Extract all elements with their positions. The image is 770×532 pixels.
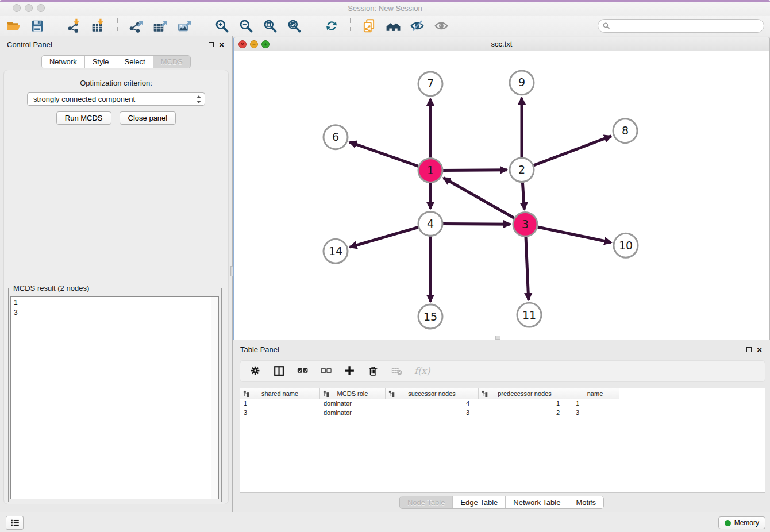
table-toolbar: f(x)	[240, 360, 765, 382]
toolbar-separator	[350, 18, 351, 33]
zoom-selected-button[interactable]	[286, 17, 303, 34]
delete-table-button	[389, 363, 405, 379]
network-window-titlebar[interactable]: scc.txt	[233, 37, 770, 51]
home-icon	[386, 18, 401, 33]
node-7[interactable]: 7	[418, 72, 442, 96]
node-9[interactable]: 9	[510, 71, 534, 95]
edge-1-6[interactable]	[350, 142, 419, 166]
criterion-dropdown[interactable]: strongly connected component	[27, 92, 205, 106]
delete-button[interactable]	[365, 363, 382, 379]
table-tab-node-table[interactable]: Node Table	[400, 496, 453, 508]
search-input[interactable]	[598, 19, 764, 33]
horizontal-splitter-grip[interactable]	[495, 336, 500, 340]
edge-3-10[interactable]	[538, 227, 611, 242]
node-8[interactable]: 8	[613, 119, 637, 143]
list-icon	[10, 518, 20, 528]
gear-icon	[249, 365, 262, 377]
cell-mcds-role[interactable]: dominator	[320, 408, 386, 418]
show-visibility-button[interactable]	[433, 17, 450, 34]
criterion-dropdown-value: strongly connected component	[33, 95, 135, 103]
node-label: 8	[622, 124, 629, 137]
edge-4-14[interactable]	[350, 227, 418, 247]
import-network-button[interactable]	[66, 17, 83, 34]
float-panel-icon[interactable]	[209, 42, 214, 47]
node-label: 11	[522, 309, 536, 321]
close-panel-button[interactable]: Close panel	[120, 111, 176, 125]
cell-shared-name[interactable]: 1	[240, 399, 320, 408]
copy-share-icon	[361, 18, 376, 33]
export-image-button[interactable]	[176, 17, 193, 34]
mcds-result-text[interactable]: 13	[10, 296, 219, 499]
home-button[interactable]	[384, 17, 402, 34]
close-panel-icon[interactable]: ×	[219, 40, 224, 49]
zoom-in-icon	[214, 18, 229, 33]
node-14[interactable]: 14	[324, 239, 348, 263]
tab-select[interactable]: Select	[117, 56, 153, 68]
network-title: scc.txt	[234, 40, 769, 48]
deselect-all-checkboxes-button[interactable]	[318, 363, 334, 379]
float-table-panel-icon[interactable]	[746, 347, 752, 352]
memory-label: Memory	[734, 519, 759, 527]
node-label: 4	[427, 217, 434, 230]
columns-button[interactable]	[271, 363, 287, 379]
node-2[interactable]: 2	[510, 158, 534, 182]
tab-style[interactable]: Style	[85, 56, 117, 68]
memory-button[interactable]: Memory	[718, 516, 765, 529]
cell-predecessor-nodes[interactable]: 2	[479, 408, 571, 418]
open-folder-button[interactable]	[5, 17, 22, 34]
cell-mcds-role[interactable]: dominator	[320, 399, 386, 408]
node-6[interactable]: 6	[324, 125, 348, 149]
edge-2-3[interactable]	[522, 183, 524, 210]
node-3[interactable]: 3	[513, 212, 537, 236]
sort-hierarchy-icon	[388, 390, 395, 398]
column-header-name[interactable]: name	[571, 388, 619, 399]
result-scrollbar[interactable]	[211, 297, 218, 499]
node-1[interactable]: 1	[418, 159, 442, 183]
refresh-button[interactable]	[323, 17, 340, 34]
cell-shared-name[interactable]: 3	[240, 408, 320, 418]
table-panel-title: Table Panel	[240, 345, 746, 354]
network-graph: 7968124314101511	[234, 51, 769, 340]
table-tab-motifs[interactable]: Motifs	[568, 496, 603, 508]
table-tab-network-table[interactable]: Network Table	[506, 496, 568, 508]
node-label: 14	[329, 245, 342, 257]
zoom-fit-button[interactable]	[261, 17, 279, 34]
column-header-successor-nodes[interactable]: successor nodes	[386, 388, 479, 399]
table-tab-edge-table[interactable]: Edge Table	[453, 496, 506, 508]
select-all-checkboxes-button[interactable]	[295, 363, 311, 379]
cell-successor-nodes[interactable]: 4	[386, 399, 479, 408]
hide-visibility-button[interactable]	[409, 17, 426, 34]
close-table-panel-icon[interactable]: ×	[757, 345, 762, 354]
zoom-in-button[interactable]	[213, 17, 230, 34]
tab-network[interactable]: Network	[42, 56, 85, 68]
save-button[interactable]	[29, 17, 46, 34]
zoom-out-button[interactable]	[237, 17, 255, 34]
edge-3-11[interactable]	[526, 237, 529, 300]
cell-successor-nodes[interactable]: 3	[386, 408, 479, 418]
tab-mcds[interactable]: MCDS	[153, 56, 190, 68]
network-canvas[interactable]: 7968124314101511	[233, 51, 770, 340]
node-4[interactable]: 4	[418, 211, 442, 236]
node-10[interactable]: 10	[614, 233, 638, 257]
export-table-button[interactable]	[152, 17, 169, 34]
run-mcds-button[interactable]: Run MCDS	[56, 111, 111, 125]
edge-4-3[interactable]	[443, 224, 510, 225]
node-15[interactable]: 15	[418, 304, 442, 329]
edge-2-8[interactable]	[534, 136, 611, 165]
column-header-shared-name[interactable]: shared name	[240, 388, 320, 399]
import-table-button[interactable]	[90, 17, 107, 34]
cell-name[interactable]: 1	[571, 399, 619, 408]
column-header-predecessor-nodes[interactable]: predecessor nodes	[479, 388, 571, 399]
edge-1-2[interactable]	[443, 170, 507, 171]
export-network-button[interactable]	[128, 17, 145, 34]
node-11[interactable]: 11	[517, 303, 541, 327]
cell-name[interactable]: 3	[571, 408, 619, 418]
add-button[interactable]	[342, 363, 358, 379]
show-panels-button[interactable]	[6, 516, 24, 530]
cell-predecessor-nodes[interactable]: 1	[479, 399, 571, 408]
gear-button[interactable]	[248, 363, 264, 379]
copy-share-button[interactable]	[360, 17, 378, 34]
node-label: 2	[518, 163, 525, 176]
edge-3-1[interactable]	[444, 178, 514, 218]
column-header-mcds-role[interactable]: MCDS role	[320, 388, 386, 399]
